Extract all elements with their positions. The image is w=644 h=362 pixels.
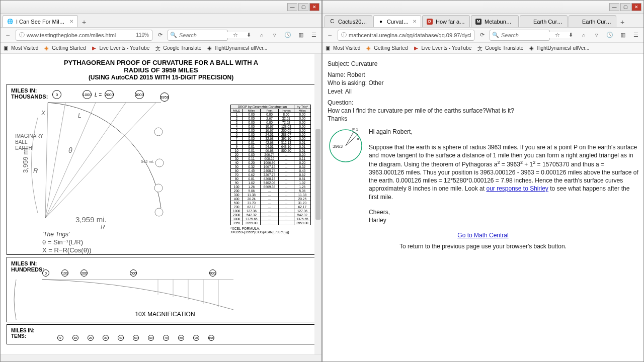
back-button[interactable]: ← <box>325 30 336 41</box>
translate-icon: 文 <box>155 45 162 51</box>
scale-circ: 100 <box>208 335 214 341</box>
pocket-icon[interactable]: ▿ <box>591 30 602 41</box>
excel-formula: *XCEL FORMULA: X=3959-(3959*(COS(ASIN(L/… <box>230 227 311 234</box>
bookmark-flight[interactable]: ◉flightDynamicsFullVer... <box>207 45 267 51</box>
home-icon[interactable]: ⌂ <box>256 30 267 41</box>
svg-text:X: X <box>41 110 46 117</box>
tab[interactable]: ●Curvature...✕ <box>373 15 421 27</box>
bookmark-flight[interactable]: ◉flightDynamicsFullVer... <box>529 45 589 51</box>
bookmark-most-visited[interactable]: ▣Most Visited <box>4 45 38 51</box>
table-row: 80.0142.68512.130.01 <box>231 141 311 145</box>
close-tab-icon[interactable]: ✕ <box>413 19 417 24</box>
svg-text:L: L <box>78 112 82 119</box>
tab[interactable]: Earth Curve ... <box>569 15 616 27</box>
new-tab-button[interactable]: + <box>617 17 627 27</box>
bookmark-getting-started[interactable]: ◉Getting Started <box>366 45 408 51</box>
scale-circ: 70 <box>163 335 169 341</box>
tab[interactable]: MMetabunk: E... <box>471 15 519 27</box>
vertical-scrollbar[interactable] <box>314 54 321 354</box>
firefox-icon: ◉ <box>44 45 50 51</box>
bookmarks-bar: ▣Most Visited ◉Getting Started ▶Live Eve… <box>323 43 643 54</box>
search-bar[interactable]: 🔍 <box>168 30 228 41</box>
close-tab-icon[interactable]: ✕ <box>69 19 73 24</box>
svg-text:3,959 mi.: 3,959 mi. <box>75 215 107 224</box>
tab[interactable]: DHow far awa... <box>422 15 470 27</box>
table-row: 60.0024.01288.070.00 <box>231 133 311 137</box>
favicon-icon: ● <box>378 19 384 25</box>
scale-circ: 50 <box>133 335 139 341</box>
tab[interactable]: Earth Curve Calc... <box>520 15 568 27</box>
bytrig: by Trig* <box>294 105 310 109</box>
table-row: 30011.38......11.38 <box>231 193 311 197</box>
url-input[interactable] <box>27 32 134 38</box>
library-icon[interactable]: ▥ <box>295 30 306 41</box>
table-row: 70062.17......62.17 <box>231 205 311 209</box>
table-row: 100.0166.68800.200.01 <box>231 149 311 153</box>
search-bar[interactable]: 🔍 <box>490 30 550 41</box>
info-icon: ⓘ <box>341 31 347 39</box>
link-shirley[interactable]: our response to Shirley <box>486 185 548 192</box>
bookmark-live-events[interactable]: ▶Live Events - YouTube <box>414 45 472 51</box>
page-icon: ◉ <box>207 45 213 51</box>
curvature-diagram: IMAGINARY BALL EARTH X L θ R 3,959 mi. 5… <box>10 87 166 253</box>
folder-icon: ▣ <box>4 45 10 51</box>
scale-circ: 80 <box>178 335 184 341</box>
maximize-button[interactable]: ▢ <box>620 3 630 11</box>
url-input[interactable] <box>349 32 471 38</box>
pocket-icon[interactable]: ▿ <box>269 30 280 41</box>
close-button[interactable]: ✕ <box>631 3 641 11</box>
drop-cols: MILEMilesFeetInchesMiles <box>231 109 311 113</box>
table-row: 1001.266669.39...1.26 <box>231 185 311 189</box>
download-icon[interactable]: ⬇ <box>565 30 576 41</box>
trig-eq2: X = R−R(Cos(θ)) <box>42 246 92 254</box>
reload-button[interactable]: ⟳ <box>154 30 166 41</box>
svg-line-21 <box>346 132 354 146</box>
reload-button[interactable]: ⟳ <box>476 30 488 41</box>
download-icon[interactable]: ⬇ <box>243 30 254 41</box>
trigs-block: 'The Trigs' θ = Sin⁻¹(L/R) X = R−R(Cos(θ… <box>42 230 92 254</box>
table-row: 30001375.65......1375.65 <box>231 217 311 221</box>
horizontal-scrollbar[interactable] <box>1 354 321 361</box>
url-bar[interactable]: ⓘ 110% <box>16 30 152 41</box>
zoom-level: 110% <box>136 32 149 38</box>
toolbar: ← ⓘ 110% ⟳ 🔍 ☆ ⬇ ⌂ ▿ 🕓 ▥ ☰ <box>1 28 321 43</box>
scrollbar-thumb[interactable] <box>315 129 320 220</box>
back-button[interactable]: ← <box>3 30 14 41</box>
link-math-central[interactable]: Go to Math Central <box>457 232 508 239</box>
tab-label: Curvature... <box>387 19 410 25</box>
new-tab-button[interactable]: + <box>79 17 89 27</box>
tab-miles[interactable]: 🌐 I Can See For Miles and Miles! ✕ <box>3 15 78 27</box>
answer-text: Hi again Robert, Suppose that the earth … <box>369 128 638 224</box>
favicon-icon <box>524 19 530 25</box>
earth-circle-diagram: 3963 P 1 a <box>328 128 364 164</box>
bookmark-google-translate[interactable]: 文Google Translate <box>477 45 523 51</box>
library-icon[interactable]: ▥ <box>617 30 628 41</box>
bookmark-google-translate[interactable]: 文Google Translate <box>155 45 201 51</box>
bookmark-live-events[interactable]: ▶Live Events - YouTube <box>92 45 150 51</box>
table-row: 2005.06......5.06 <box>231 189 311 193</box>
star-icon[interactable]: ☆ <box>552 30 563 41</box>
menu-icon[interactable]: ☰ <box>630 30 641 41</box>
menu-icon[interactable]: ☰ <box>308 30 319 41</box>
home-icon[interactable]: ⌂ <box>578 30 589 41</box>
tab-label: How far awa... <box>436 19 465 25</box>
star-icon[interactable]: ☆ <box>230 30 241 41</box>
table-row: 200.05266.74...0.05 <box>231 153 311 157</box>
svg-text:θ: θ <box>68 146 72 154</box>
bookmark-getting-started[interactable]: ◉Getting Started <box>44 45 86 51</box>
history-icon[interactable]: 🕓 <box>282 30 293 41</box>
table-row: 300.11600.16...0.11 <box>231 157 311 161</box>
url-bar[interactable]: ⓘ <box>338 30 474 41</box>
tab-label: I Can See For Miles and Miles! <box>16 19 66 25</box>
history-icon[interactable]: 🕓 <box>604 30 615 41</box>
bookmark-most-visited[interactable]: ▣Most Visited <box>326 45 360 51</box>
goto-link-wrap: Go to Math Central <box>328 231 638 239</box>
title-line3: (USING AutoCAD 2015 WITH 15-DIGIT PRECIS… <box>7 74 315 81</box>
close-button[interactable]: ✕ <box>309 3 319 11</box>
minimize-button[interactable]: — <box>287 3 297 11</box>
maximize-button[interactable]: ▢ <box>298 3 308 11</box>
drop-title: DROP by Geometric Construction <box>231 105 294 109</box>
minimize-button[interactable]: — <box>609 3 619 11</box>
table-row: 400.201066.96...0.20 <box>231 161 311 165</box>
tab[interactable]: CCactus2000: ... <box>325 15 372 27</box>
